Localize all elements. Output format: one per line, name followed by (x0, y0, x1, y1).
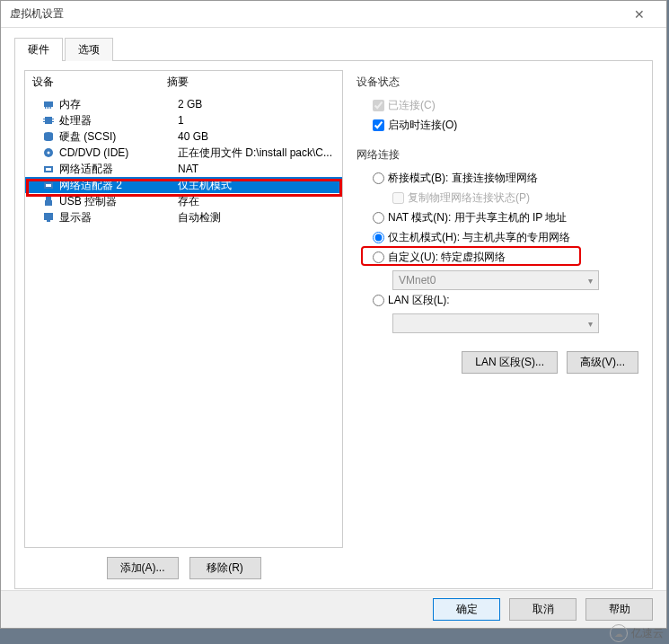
list-item[interactable]: 硬盘 (SCSI)40 GB (25, 128, 342, 145)
svg-point-14 (48, 152, 50, 154)
tab-content: 设备 摘要 内存2 GB处理器1硬盘 (SCSI)40 GBCD/DVD (ID… (14, 61, 653, 589)
radio-lan-segment-input[interactable] (373, 295, 384, 306)
device-buttons: 添加(A)... 移除(R) (24, 548, 343, 579)
device-summary: 自动检测 (178, 210, 337, 225)
radio-hostonly[interactable]: 仅主机模式(H): 与主机共享的专用网络 (373, 227, 638, 247)
usb-icon (41, 194, 56, 208)
svg-rect-7 (43, 121, 45, 122)
svg-rect-20 (45, 200, 52, 206)
advanced-button[interactable]: 高级(V)... (567, 351, 638, 374)
group-network: 网络连接 桥接模式(B): 直接连接物理网络 复制物理网络连接状态(P) (357, 147, 638, 333)
device-summary: 正在使用文件 D:\install pack\C... (178, 146, 337, 161)
cd-icon (41, 146, 56, 160)
footer: 确定 取消 帮助 (1, 590, 666, 628)
device-name: 处理器 (59, 113, 178, 128)
radio-lan-segment-label: LAN 区段(L): (388, 293, 450, 308)
cpu-icon (41, 113, 56, 128)
list-item[interactable]: USB 控制器存在 (25, 193, 342, 209)
dropdown-vmnet-value: VMnet0 (399, 274, 436, 287)
titlebar: 虚拟机设置 ✕ (1, 1, 666, 28)
device-summary: NAT (178, 163, 337, 175)
svg-rect-8 (52, 119, 54, 119)
radio-nat-label: NAT 模式(N): 用于共享主机的 IP 地址 (388, 210, 567, 225)
svg-rect-9 (52, 121, 54, 122)
close-icon[interactable]: ✕ (621, 7, 657, 22)
lan-segments-button[interactable]: LAN 区段(S)... (462, 351, 558, 374)
radio-lan-segment[interactable]: LAN 区段(L): (373, 290, 638, 310)
list-item[interactable]: CD/DVD (IDE)正在使用文件 D:\install pack\C... (25, 145, 342, 161)
list-item[interactable]: 网络适配器 2仅主机模式 (25, 177, 342, 193)
radio-bridged-input[interactable] (373, 172, 384, 184)
custom-vmnet-row: VMnet0 ▾ (373, 270, 638, 290)
display-icon (41, 210, 56, 225)
list-item[interactable]: 内存2 GB (25, 96, 342, 112)
nic-icon (41, 178, 56, 192)
chk-connected-input (373, 100, 384, 111)
chk-connect-poweron-input[interactable] (373, 119, 384, 131)
watermark-text: 亿速云 (631, 626, 664, 641)
chevron-down-icon: ▾ (588, 319, 593, 329)
window-title: 虚拟机设置 (10, 6, 621, 22)
tab-options[interactable]: 选项 (65, 38, 113, 61)
net-title: 网络连接 (357, 147, 638, 163)
right-buttons: LAN 区段(S)... 高级(V)... (357, 351, 638, 374)
status-title: 设备状态 (357, 75, 638, 90)
svg-rect-19 (46, 197, 51, 200)
device-summary: 1 (178, 114, 337, 127)
device-summary: 存在 (178, 194, 337, 209)
radio-hostonly-input[interactable] (373, 232, 384, 243)
tab-hardware[interactable]: 硬件 (14, 38, 63, 61)
help-button[interactable]: 帮助 (585, 598, 653, 621)
svg-rect-5 (45, 117, 52, 124)
device-summary: 仅主机模式 (178, 178, 337, 193)
svg-rect-0 (44, 101, 53, 107)
nic-icon (41, 162, 56, 176)
svg-rect-6 (43, 119, 45, 119)
device-name: 显示器 (59, 210, 178, 225)
list-item[interactable]: 网络适配器NAT (25, 161, 342, 177)
device-name: 内存 (59, 97, 178, 112)
chk-connect-poweron[interactable]: 启动时连接(O) (373, 115, 638, 135)
tab-strip: 硬件 选项 (14, 37, 653, 61)
radio-bridged[interactable]: 桥接模式(B): 直接连接物理网络 (373, 168, 638, 188)
device-name: CD/DVD (IDE) (59, 146, 178, 159)
svg-rect-2 (47, 107, 48, 109)
svg-rect-22 (47, 220, 50, 222)
dropdown-lan-segment: ▾ (392, 313, 599, 333)
device-list: 设备 摘要 内存2 GB处理器1硬盘 (SCSI)40 GBCD/DVD (ID… (24, 70, 343, 548)
radio-nat[interactable]: NAT 模式(N): 用于共享主机的 IP 地址 (373, 207, 638, 227)
vm-settings-dialog: 虚拟机设置 ✕ 硬件 选项 设备 摘要 内存2 GB处理器1硬盘 (SCSI)4… (0, 0, 667, 629)
svg-rect-18 (46, 184, 51, 187)
list-item[interactable]: 显示器自动检测 (25, 209, 342, 225)
radio-bridged-label: 桥接模式(B): 直接连接物理网络 (388, 171, 538, 186)
list-rows: 内存2 GB处理器1硬盘 (SCSI)40 GBCD/DVD (IDE)正在使用… (25, 94, 342, 227)
right-panel: 设备状态 已连接(C) 启动时连接(O) 网络连接 (352, 70, 643, 579)
list-item[interactable]: 处理器1 (25, 112, 342, 128)
svg-rect-1 (45, 107, 46, 109)
radio-nat-input[interactable] (373, 212, 384, 224)
chk-replicate: 复制物理网络连接状态(P) (373, 188, 638, 207)
svg-rect-16 (46, 168, 51, 171)
svg-rect-4 (50, 107, 51, 109)
dropdown-vmnet: VMnet0 ▾ (392, 270, 599, 290)
disk-icon (41, 129, 56, 144)
device-name: 硬盘 (SCSI) (59, 129, 178, 145)
add-button[interactable]: 添加(A)... (107, 557, 179, 579)
device-summary: 2 GB (178, 98, 337, 110)
svg-point-12 (44, 137, 53, 141)
lan-segment-row: ▾ (373, 313, 638, 333)
red-highlight-radio (361, 246, 581, 266)
remove-button[interactable]: 移除(R) (189, 557, 261, 579)
radio-hostonly-label: 仅主机模式(H): 与主机共享的专用网络 (388, 230, 570, 245)
chk-connect-poweron-label: 启动时连接(O) (388, 118, 457, 133)
chk-replicate-input (392, 192, 404, 204)
ok-button[interactable]: 确定 (433, 598, 500, 621)
header-summary: 摘要 (167, 75, 335, 90)
header-device: 设备 (32, 75, 167, 90)
device-name: 网络适配器 (59, 162, 178, 177)
cancel-button[interactable]: 取消 (509, 598, 577, 621)
chk-replicate-label: 复制物理网络连接状态(P) (408, 190, 530, 206)
cloud-icon: ☁ (610, 624, 628, 642)
chk-connected: 已连接(C) (373, 95, 638, 115)
chevron-down-icon: ▾ (588, 276, 593, 286)
